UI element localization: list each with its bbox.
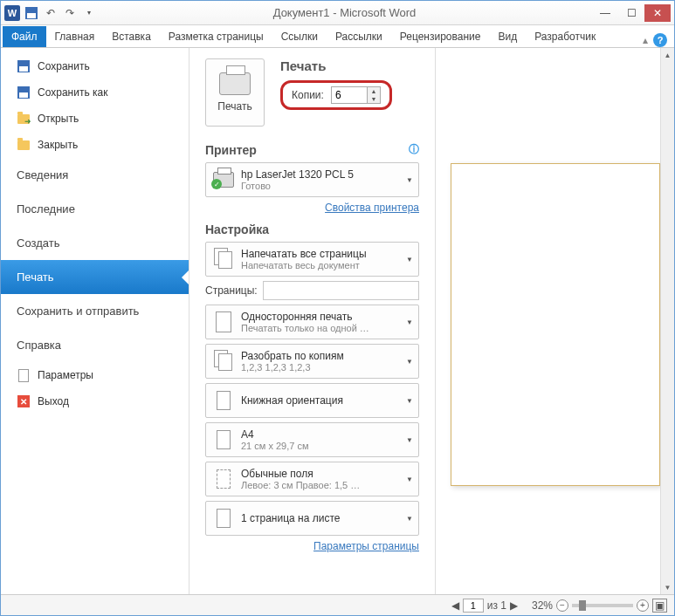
menu-share[interactable]: Сохранить и отправить — [1, 294, 189, 328]
tab-review[interactable]: Рецензирование — [391, 26, 490, 47]
copies-down[interactable]: ▼ — [368, 95, 380, 103]
pages-label: Страницы: — [205, 284, 258, 297]
print-scope-select[interactable]: Напечатать все страницыНапечатать весь д… — [205, 242, 419, 277]
options-icon — [17, 368, 31, 382]
quick-access-toolbar: ↶ ↷ ▾ — [24, 5, 97, 21]
pages-input[interactable] — [263, 281, 419, 300]
menu-new-label: Создать — [17, 236, 59, 250]
menu-recent-label: Последние — [17, 202, 75, 216]
ribbon-tabs: Файл Главная Вставка Разметка страницы С… — [1, 25, 674, 48]
menu-save[interactable]: Сохранить — [1, 53, 189, 79]
duplex-select[interactable]: Односторонняя печатьПечатать только на о… — [205, 305, 419, 339]
menu-exit[interactable]: ✕Выход — [1, 388, 189, 414]
menu-open-label: Открыть — [38, 113, 79, 125]
zoom-slider[interactable] — [572, 604, 633, 607]
close-button[interactable]: ✕ — [644, 4, 671, 22]
collate-select[interactable]: Разобрать по копиям1,2,3 1,2,3 1,2,3 ▼ — [205, 344, 419, 379]
save-icon — [17, 59, 31, 73]
tab-insert[interactable]: Вставка — [103, 26, 160, 47]
save-icon[interactable] — [24, 5, 39, 21]
zoom-in-button[interactable]: + — [637, 599, 649, 612]
ribbon-minimize-icon[interactable]: ▴ — [643, 34, 648, 46]
page-setup-link[interactable]: Параметры страницы — [205, 540, 419, 552]
print-button[interactable]: Печать — [205, 58, 265, 127]
menu-share-label: Сохранить и отправить — [17, 305, 139, 318]
qat-dropdown-icon[interactable]: ▾ — [81, 5, 97, 21]
tab-file[interactable]: Файл — [3, 26, 46, 47]
duplex-sub: Печатать только на одной … — [241, 323, 403, 333]
margins-select[interactable]: Обычные поляЛевое: 3 см Правое: 1,5 … ▼ — [205, 462, 419, 496]
scope-sub: Напечатать весь документ — [241, 260, 403, 270]
exit-icon: ✕ — [17, 394, 31, 408]
menu-saveas-label: Сохранить как — [38, 86, 107, 99]
maximize-button[interactable]: ☐ — [618, 4, 644, 22]
paper-title: A4 — [241, 428, 403, 441]
collate-sub: 1,2,3 1,2,3 1,2,3 — [241, 362, 403, 373]
pages-all-icon — [211, 247, 236, 271]
menu-exit-label: Выход — [38, 395, 69, 407]
tab-home[interactable]: Главная — [46, 26, 104, 47]
zoom-out-button[interactable]: − — [556, 599, 568, 612]
menu-close[interactable]: Закрыть — [1, 132, 189, 158]
settings-heading: Настройка — [205, 222, 269, 236]
undo-icon[interactable]: ↶ — [43, 5, 59, 21]
chevron-down-icon: ▼ — [406, 318, 413, 326]
current-page-input[interactable] — [463, 599, 484, 613]
orientation-select[interactable]: Книжная ориентация ▼ — [205, 383, 419, 418]
menu-options-label: Параметры — [38, 369, 93, 381]
printer-select[interactable]: ✓ hp LaserJet 1320 PCL 5Готово ▼ — [205, 162, 419, 197]
chevron-down-icon: ▼ — [406, 476, 413, 483]
margins-sub: Левое: 3 см Правое: 1,5 … — [241, 480, 403, 490]
portrait-icon — [211, 388, 236, 413]
chevron-down-icon: ▼ — [406, 176, 413, 184]
prev-page-icon[interactable]: ◀ — [451, 599, 459, 612]
printer-properties-link[interactable]: Свойства принтера — [205, 202, 419, 214]
status-bar: ◀ из 1 ▶ 32% − + ▣ — [1, 594, 674, 615]
redo-icon[interactable]: ↷ — [62, 5, 78, 21]
printer-heading: Принтер — [205, 143, 257, 157]
pages-per-sheet-select[interactable]: 1 страница на листе ▼ — [205, 501, 419, 536]
tab-view[interactable]: Вид — [489, 26, 526, 47]
scope-title: Напечатать все страницы — [241, 248, 403, 260]
tab-developer[interactable]: Разработчик — [526, 26, 604, 47]
scroll-up-icon[interactable]: ▲ — [661, 48, 674, 62]
zoom-label: 32% — [532, 599, 553, 612]
menu-help[interactable]: Справка — [1, 328, 189, 362]
printer-icon — [219, 72, 251, 95]
tab-mailings[interactable]: Рассылки — [327, 26, 391, 47]
scroll-down-icon[interactable]: ▼ — [661, 580, 674, 594]
menu-new[interactable]: Создать — [1, 226, 189, 260]
page-preview-thumbnail — [451, 163, 660, 486]
fit-page-icon[interactable]: ▣ — [652, 599, 667, 613]
menu-open[interactable]: ➜Открыть — [1, 106, 189, 132]
menu-info[interactable]: Сведения — [1, 158, 189, 192]
minimize-button[interactable]: — — [592, 4, 618, 22]
chevron-down-icon: ▼ — [406, 358, 413, 366]
menu-print[interactable]: Печать — [1, 260, 189, 294]
orient-title: Книжная ориентация — [241, 394, 403, 407]
titlebar: W ↶ ↷ ▾ Документ1 - Microsoft Word — ☐ ✕ — [1, 1, 674, 25]
menu-close-label: Закрыть — [38, 139, 78, 151]
menu-options[interactable]: Параметры — [1, 362, 189, 388]
print-settings-pane: Печать Печать Копии: ▲ ▼ Принтерⓘ — [189, 48, 435, 594]
printer-status: Готово — [241, 181, 403, 191]
copies-up[interactable]: ▲ — [368, 87, 380, 95]
tab-layout[interactable]: Разметка страницы — [160, 26, 272, 47]
tab-references[interactable]: Ссылки — [272, 26, 327, 47]
preview-scrollbar[interactable]: ▲ ▼ — [660, 48, 674, 594]
copies-input[interactable] — [332, 87, 367, 103]
menu-save-as[interactable]: Сохранить как — [1, 79, 189, 106]
menu-save-label: Сохранить — [38, 60, 90, 72]
copies-spinner[interactable]: ▲ ▼ — [331, 86, 381, 104]
paper-size-select[interactable]: A421 см x 29,7 см ▼ — [205, 422, 419, 457]
print-preview-pane: ▲ ▼ — [435, 48, 674, 594]
help-icon[interactable]: ? — [653, 33, 667, 47]
menu-recent[interactable]: Последние — [1, 192, 189, 226]
chevron-down-icon: ▼ — [406, 397, 413, 405]
next-page-icon[interactable]: ▶ — [510, 599, 518, 612]
paper-sub: 21 см x 29,7 см — [241, 441, 403, 451]
printer-info-icon[interactable]: ⓘ — [409, 142, 419, 157]
collate-title: Разобрать по копиям — [241, 350, 403, 362]
chevron-down-icon: ▼ — [406, 515, 413, 523]
collate-icon — [211, 349, 236, 373]
